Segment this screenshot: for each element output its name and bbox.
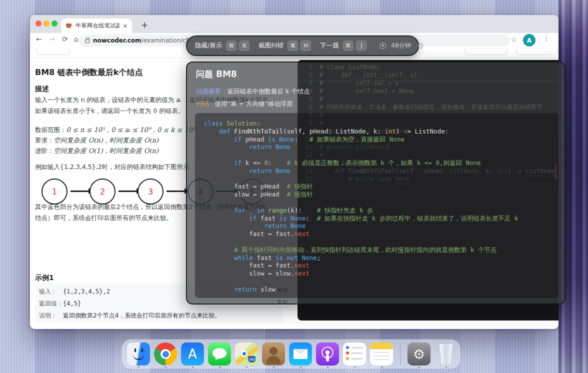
command-item-h[interactable]: 截图纠错⌘H (258, 40, 311, 51)
list-node: 3 (138, 178, 164, 204)
dock-item-settings[interactable]: ⚙ (408, 342, 430, 368)
arrow-icon (118, 190, 137, 192)
overlay-code-line: fast = fast.next (204, 230, 550, 238)
nowcoder-favicon-icon (65, 22, 72, 30)
overlay-code-line: slow = slow.next (204, 270, 550, 278)
home-icon[interactable]: ⌂ (74, 35, 78, 43)
new-tab-button[interactable]: + (141, 20, 148, 30)
description-heading: 描述 (35, 84, 49, 94)
command-item-b[interactable]: 隐藏/展示⌘B (195, 40, 250, 51)
podcasts-icon (316, 342, 339, 366)
overlay-summary-row: 问题概要：返回链表中倒数最后 k 个结点 (196, 88, 310, 96)
bookmark-star-icon[interactable]: ☆ (510, 36, 517, 44)
keycap: ⌘ (343, 40, 354, 51)
example-heading: 示例1 (35, 274, 54, 282)
chrome-icon (154, 342, 177, 366)
minimize-window-button[interactable] (44, 20, 50, 26)
constraint-value: 空间复杂度 O(1)，时间复杂度 O(n) (54, 147, 159, 154)
tab-close-icon[interactable]: × (122, 22, 128, 29)
overlay-code-line: slow = pHead # 慢指针 (204, 190, 550, 198)
overlay-code-line: while fast is not None; (204, 254, 550, 262)
example-row-label: 说明： (39, 312, 63, 320)
example-row-label: 输入： (39, 288, 63, 296)
dock-item-notes[interactable] (370, 342, 393, 368)
overlay-code-line (204, 151, 550, 159)
keycap: ] (356, 40, 366, 51)
overlay-code-line: if fast is None: # 如果在快指针走 k 步的过程中，链表就结束… (204, 214, 550, 222)
profile-avatar[interactable]: A (523, 34, 536, 46)
overlay-code-line: fast = fast.next (204, 262, 550, 270)
dock-item-chrome[interactable] (154, 342, 177, 368)
lock-icon (85, 40, 90, 43)
contacts-icon (262, 342, 285, 366)
overlay-title: 问题 BM8 (196, 68, 237, 80)
example-row-label: 返回值： (39, 300, 63, 308)
code-label: 代码： (196, 100, 215, 108)
tab-title: 牛客网在线笔试题 (76, 22, 120, 30)
overlay-code-line: if k <= 0: # k 必须是正整数，表示倒数第 k 个，如果 k <= … (204, 159, 550, 167)
page-button-stub[interactable] (516, 48, 558, 55)
running-indicator-dot (165, 366, 166, 368)
overlay-code-line (204, 278, 550, 286)
example-row-value: {1,2,3,4,5},2 (63, 288, 110, 295)
close-window-button[interactable] (36, 20, 42, 26)
assistant-overlay-panel[interactable]: 问题 BM8 问题概要：返回链表中倒数最后 k 个结点 代码：使用“⌘ + 方向… (186, 62, 566, 304)
dock-item-finder[interactable] (127, 342, 150, 368)
command-item-][interactable]: 下一题⌘] (320, 40, 366, 51)
notes-icon (370, 342, 393, 366)
overlay-code-line: # 两个指针同时向前移动，直到快指针到达链尾末尾，此时慢指针指向的就是倒数第 k… (204, 246, 550, 254)
reminders-icon (343, 342, 366, 366)
dock-item-podcasts[interactable] (316, 342, 339, 368)
overlay-code-line: return None (204, 143, 550, 151)
dock-item-contacts[interactable] (262, 342, 285, 368)
overlay-code-line (204, 238, 550, 246)
running-indicator-dot (246, 366, 248, 368)
overlay-code-line (204, 175, 550, 183)
messages-icon (208, 342, 231, 366)
dock-item-trash[interactable] (434, 342, 458, 368)
appstore-icon: A (181, 342, 204, 366)
dock-separator (400, 344, 400, 366)
running-indicator-dot (446, 366, 447, 368)
overlay-code-line: return None (204, 222, 550, 230)
assistant-command-bar: 隐藏/展示⌘B截图纠错⌘H下一题⌘] 48分钟 ⚙ (186, 36, 419, 56)
running-indicator-dot (354, 366, 356, 368)
zoom-window-button[interactable] (52, 20, 58, 26)
page-button-stub[interactable] (36, 48, 70, 55)
running-indicator-dot (327, 366, 328, 368)
desktop: 牛客网在线笔试题 × + ← → ⟳ ⌂ nowcoder.com/examin… (0, 0, 588, 373)
keycap: ⌘ (288, 40, 298, 51)
browser-tab[interactable]: 牛客网在线笔试题 × (61, 18, 132, 33)
constraint-label: 进阶： (35, 147, 54, 154)
menu-kebab-icon[interactable]: ⋮ (543, 34, 550, 42)
maps-icon: 280 (235, 342, 258, 366)
dock-item-reminders[interactable] (343, 342, 366, 368)
reload-icon[interactable]: ⟳ (62, 35, 68, 43)
list-node: 2 (90, 178, 116, 204)
finder-icon (127, 342, 150, 366)
summary-text: 返回链表中倒数最后 k 个结点 (228, 88, 310, 95)
keycap: B (239, 40, 250, 51)
overlay-code-line: return slow (204, 286, 550, 294)
constraint-value: 空间复杂度 O(n)，时间复杂度 O(n) (54, 136, 159, 144)
command-label: 截图纠错 (258, 42, 284, 50)
running-indicator-dot (273, 366, 274, 368)
example-row: 说明：返回倒数第2个节点4，系统会打印后面所有的节点来比较。 (39, 312, 279, 322)
dock-item-maps[interactable]: 280 (235, 342, 258, 368)
dock: A280⚙ (122, 340, 460, 368)
overlay-code-line: def FindKthToTail(self, pHead: ListNode,… (204, 128, 550, 136)
settings-icon: ⚙ (408, 342, 430, 366)
running-indicator-dot (418, 366, 420, 368)
back-icon[interactable]: ← (36, 35, 42, 43)
dock-item-messages[interactable] (208, 342, 231, 368)
running-indicator-dot (300, 366, 302, 368)
dock-item-mail[interactable] (289, 342, 312, 368)
settings-gear-icon[interactable]: ⚙ (418, 42, 424, 50)
page-button-stub[interactable] (465, 48, 508, 55)
command-label: 隐藏/展示 (195, 42, 222, 50)
overlay-code-row: 代码：使用“⌘ + 方向键”移动浮层 (196, 100, 293, 108)
dock-item-appstore[interactable]: A (181, 342, 204, 368)
keycap: ⌘ (226, 40, 236, 51)
command-label: 下一题 (320, 42, 339, 50)
forward-icon[interactable]: → (49, 35, 55, 43)
